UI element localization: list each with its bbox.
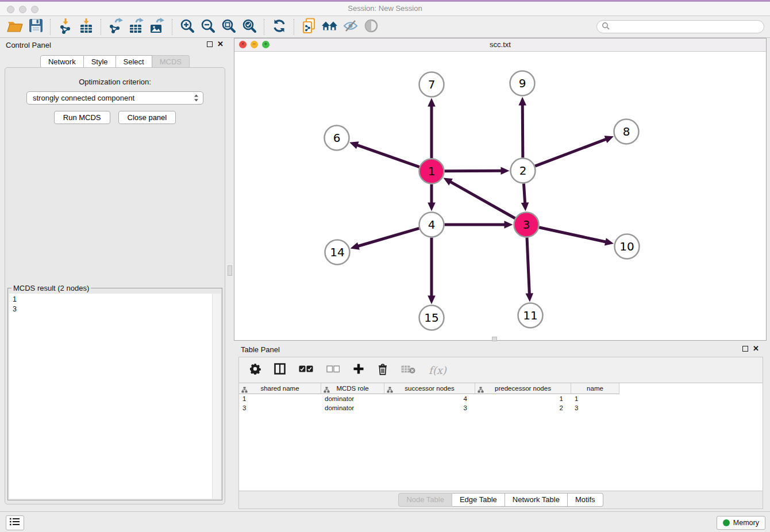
search-input[interactable] (613, 22, 764, 32)
search-box[interactable] (596, 20, 764, 33)
edge-3-10[interactable] (539, 228, 614, 246)
node-8[interactable]: 8 (614, 119, 639, 144)
select-all-rows-button[interactable] (299, 365, 313, 375)
tab-edge-table[interactable]: Edge Table (452, 493, 505, 507)
node-6[interactable]: 6 (325, 126, 349, 151)
zoom-out-button[interactable] (198, 18, 218, 36)
edge-3-11[interactable] (526, 237, 534, 302)
tab-network[interactable]: Network (40, 55, 84, 68)
export-network-button[interactable] (106, 18, 126, 36)
refresh-layout-button[interactable] (269, 18, 290, 36)
column-header-label: successor nodes (405, 385, 454, 392)
table-cell[interactable]: dominator (321, 403, 384, 413)
node-10[interactable]: 10 (615, 234, 640, 259)
export-table-button[interactable] (126, 18, 147, 36)
node-14[interactable]: 14 (325, 240, 350, 265)
new-network-from-selection-button[interactable] (299, 18, 319, 36)
zoom-view-button[interactable]: + (262, 41, 270, 48)
edge-4-14[interactable] (351, 228, 419, 249)
column-header-mcds-role[interactable]: MCDS role (321, 383, 384, 394)
import-table-button[interactable] (76, 18, 97, 36)
table-cell[interactable]: 1 (571, 394, 619, 403)
column-header-successor-nodes[interactable]: successor nodes (384, 383, 475, 394)
run-mcds-button[interactable]: Run MCDS (54, 111, 110, 124)
tab-motifs[interactable]: Motifs (568, 493, 603, 507)
result-scrollbar[interactable] (212, 294, 221, 499)
edge-1-4[interactable] (428, 184, 436, 211)
edge-2-8[interactable] (535, 136, 614, 166)
delete-column-button[interactable] (378, 363, 388, 377)
table-row[interactable]: 1dominator411 (239, 394, 763, 403)
deselect-all-rows-button[interactable] (326, 365, 340, 375)
task-history-button[interactable] (6, 515, 24, 530)
node-1[interactable]: 1 (419, 159, 444, 184)
edge-4-15[interactable] (428, 238, 436, 304)
node-15[interactable]: 15 (419, 306, 444, 330)
show-all-button[interactable] (361, 18, 382, 36)
column-header-name[interactable]: name (571, 383, 619, 394)
close-panel-icon[interactable]: ✕ (217, 40, 224, 48)
tab-select[interactable]: Select (116, 55, 152, 68)
table-cell[interactable]: 3 (571, 403, 619, 413)
function-builder-button[interactable]: f(x) (429, 364, 446, 376)
table-cell[interactable]: 3 (239, 403, 321, 413)
tab-mcds[interactable]: MCDS (152, 55, 190, 68)
close-table-panel-icon[interactable]: ✕ (753, 344, 759, 353)
deselect-all-icon (326, 365, 340, 375)
float-table-panel-icon[interactable] (742, 346, 748, 352)
network-canvas[interactable]: 7968124314101511 (234, 51, 766, 340)
zoom-selected-button[interactable] (239, 18, 260, 36)
tab-network-table[interactable]: Network Table (505, 493, 568, 507)
node-7[interactable]: 7 (419, 72, 444, 97)
table-row[interactable]: 3dominator323 (239, 403, 763, 413)
save-session-button[interactable] (25, 18, 46, 36)
zoom-window-button[interactable] (31, 6, 38, 13)
mcds-result-area[interactable]: 13 (9, 294, 221, 499)
panel-divider-handle[interactable] (228, 265, 232, 276)
close-window-button[interactable] (7, 6, 14, 13)
zoom-fit-button[interactable] (218, 18, 239, 36)
table-cell[interactable]: 1 (239, 394, 321, 403)
edge-4-3[interactable] (445, 221, 513, 229)
edge-2-9[interactable] (518, 97, 526, 157)
minimize-view-button[interactable]: − (251, 41, 258, 48)
column-visibility-button[interactable] (274, 363, 286, 377)
zoom-in-button[interactable] (177, 18, 198, 36)
edge-1-7[interactable] (428, 98, 436, 159)
memory-button[interactable]: Memory (717, 516, 765, 530)
node-3[interactable]: 3 (514, 213, 539, 237)
tab-style[interactable]: Style (84, 55, 116, 68)
table-cell[interactable]: 3 (384, 403, 475, 413)
edge-1-6[interactable] (349, 141, 419, 167)
close-panel-button[interactable]: Close panel (118, 111, 176, 124)
table-cell[interactable]: dominator (321, 394, 384, 403)
view-divider-handle[interactable] (492, 337, 497, 341)
node-11[interactable]: 11 (518, 303, 543, 328)
edge-1-2[interactable] (444, 167, 509, 175)
node-2[interactable]: 2 (511, 159, 536, 183)
import-network-button[interactable] (55, 18, 76, 36)
node-4[interactable]: 4 (419, 213, 444, 237)
optimization-criterion-select[interactable]: strongly connected component (26, 91, 203, 105)
hide-selected-button[interactable] (340, 18, 361, 36)
table-cell[interactable]: 1 (475, 394, 571, 403)
column-header-predecessor-nodes[interactable]: predecessor nodes (475, 383, 571, 394)
network-window-titlebar[interactable]: ×−+ scc.txt (234, 38, 766, 52)
export-image-button[interactable] (147, 18, 168, 36)
add-column-button[interactable] (353, 363, 364, 377)
edge-2-3[interactable] (521, 183, 529, 211)
first-neighbors-button[interactable] (319, 18, 340, 36)
edge-3-1[interactable] (443, 178, 515, 218)
open-session-button[interactable] (5, 18, 25, 36)
table-header-row: shared nameMCDS rolesuccessor nodesprede… (239, 383, 763, 394)
table-settings-button[interactable] (249, 363, 261, 377)
node-9[interactable]: 9 (510, 71, 535, 96)
float-panel-icon[interactable] (207, 41, 213, 47)
tab-node-table[interactable]: Node Table (398, 493, 452, 507)
delete-table-button[interactable] (401, 364, 415, 376)
minimize-window-button[interactable] (19, 6, 26, 13)
table-cell[interactable]: 2 (475, 403, 571, 413)
table-cell[interactable]: 4 (384, 394, 475, 403)
close-view-button[interactable]: × (239, 41, 247, 48)
column-header-shared-name[interactable]: shared name (239, 383, 321, 394)
